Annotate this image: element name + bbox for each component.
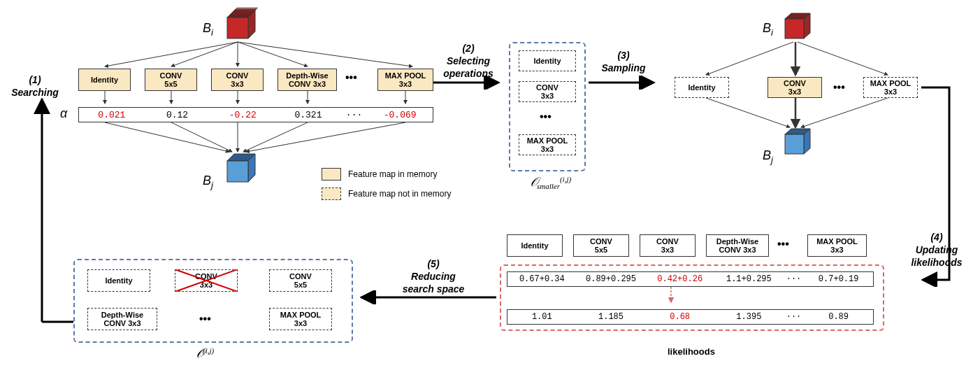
bj-cube-icon-2 — [779, 126, 818, 161]
alpha-val-2: 0.12 — [145, 108, 210, 122]
step1-text: Searching — [11, 87, 59, 98]
bi-label-2: Bi — [763, 21, 773, 38]
lk-maxpool: MAX POOL3x3 — [807, 234, 867, 257]
samp-ellipsis: ••• — [833, 81, 845, 94]
step5-label: (5) Reducing search space — [398, 257, 468, 296]
op-dwconv: Depth-WiseCONV 3x3 — [278, 69, 337, 91]
svg-line-18 — [243, 122, 308, 152]
nas-pipeline-diagram: (1) Searching Bi Identity CONV5x5 CONV3x… — [0, 0, 980, 368]
op-maxpool: MAX POOL3x3 — [377, 69, 433, 91]
bi2-to-ops-arrows — [678, 38, 923, 80]
svg-line-28 — [706, 42, 793, 75]
bi-to-ops-arrows — [70, 38, 447, 70]
alpha-values-row: 0.021 0.12 -0.22 0.321 ··· -0.069 — [78, 107, 433, 122]
red-conv5: CONV5x5 — [269, 269, 332, 292]
lk-ellipsis: ••• — [777, 238, 789, 250]
lk2-c3: 0.68 — [645, 310, 714, 324]
lk1-ellipsis: ··· — [784, 272, 805, 286]
step4-label: (4) Updating likelihoods — [902, 231, 972, 269]
svg-line-9 — [238, 42, 412, 66]
svg-line-30 — [798, 42, 888, 75]
step2-label: (2) Selecting operations — [437, 42, 500, 80]
bj-label-2: Bj — [763, 148, 773, 165]
svg-rect-22 — [227, 161, 248, 182]
bj-cube-icon — [220, 150, 262, 189]
alpha-val-1: 0.021 — [79, 108, 145, 122]
lk1-c4: 1.1+0.295 — [714, 272, 784, 286]
lk1-c5: 0.7+0.19 — [804, 272, 873, 286]
samp-conv3: CONV3x3 — [768, 77, 822, 98]
likelihoods-row-after: 1.01 1.185 0.68 1.395 ··· 0.89 — [507, 309, 874, 325]
lk2-c1: 1.01 — [507, 310, 577, 324]
loop-arrow-left — [14, 98, 77, 329]
samp-identity: Identity — [675, 77, 729, 98]
alpha-ellipsis: ··· — [341, 108, 367, 122]
lk2-c5: 0.89 — [804, 310, 873, 324]
likelihoods-label: likelihoods — [668, 346, 715, 357]
lk-conv3: CONV3x3 — [640, 234, 696, 257]
lk2-c2: 1.185 — [577, 310, 646, 324]
svg-line-31 — [706, 98, 790, 127]
bi-label: Bi — [203, 21, 213, 38]
svg-line-5 — [105, 42, 238, 66]
svg-line-16 — [171, 122, 232, 152]
samp-maxpool: MAX POOL3x3 — [863, 77, 918, 98]
lk1-c3: 0.42+0.26 — [645, 272, 714, 286]
sel-conv3: CONV3x3 — [519, 81, 576, 102]
red-dwconv: Depth-WiseCONV 3x3 — [87, 308, 157, 330]
svg-rect-36 — [785, 134, 804, 154]
lk-identity: Identity — [507, 234, 563, 257]
lk1-c1: 0.67+0.34 — [507, 272, 577, 286]
arrow-2-to-3 — [589, 76, 658, 90]
svg-line-15 — [105, 122, 229, 152]
likelihoods-row-before: 0.67+0.34 0.89+0.295 0.42+0.26 1.1+0.295… — [507, 271, 874, 287]
svg-line-6 — [171, 42, 238, 66]
step3-label: (3) Sampling — [596, 49, 651, 74]
likelihood-update-arrow — [661, 287, 682, 308]
sel-ellipsis: ••• — [540, 111, 552, 123]
red-identity: Identity — [87, 269, 150, 292]
op-identity: Identity — [78, 69, 131, 91]
alpha-val-5: -0.069 — [367, 108, 433, 122]
svg-rect-2 — [227, 17, 248, 38]
svg-line-33 — [801, 98, 888, 127]
op-conv5: CONV5x5 — [145, 69, 197, 91]
red-maxpool: MAX POOL3x3 — [269, 308, 332, 330]
legend-solid-text: Feature map in memory — [348, 169, 437, 179]
step1-label: (1) Searching — [7, 73, 63, 99]
ops-to-alpha-arrows — [70, 91, 447, 108]
svg-rect-27 — [785, 19, 804, 38]
red-conv3-removed: CONV3x3 — [175, 269, 238, 292]
alpha-val-4: 0.321 — [275, 108, 341, 122]
o-smaller-label: 𝒪smaller(i,j) — [530, 175, 571, 190]
bj-label: Bj — [203, 174, 213, 190]
svg-line-8 — [238, 42, 308, 66]
lk-conv5: CONV5x5 — [573, 234, 629, 257]
lk2-c4: 1.395 — [714, 310, 784, 324]
sel-maxpool: MAX POOL3x3 — [519, 134, 576, 155]
alpha-val-3: -0.22 — [210, 108, 275, 122]
sel-identity: Identity — [519, 50, 576, 71]
svg-line-19 — [246, 122, 405, 152]
o-ij-label: 𝒪(i,j) — [196, 346, 214, 361]
step1-number: (1) — [29, 74, 41, 85]
lk-dwconv: Depth-WiseCONV 3x3 — [706, 234, 769, 257]
ops-ellipsis: ••• — [345, 71, 357, 84]
legend-dashed-text: Feature map not in memory — [348, 189, 451, 199]
legend-dashed-icon — [322, 187, 341, 200]
lk1-c2: 0.89+0.295 — [577, 272, 646, 286]
red-ellipsis: ••• — [199, 313, 211, 325]
lk2-ellipsis: ··· — [784, 310, 805, 324]
legend-solid-icon — [322, 168, 341, 181]
op-conv3: CONV3x3 — [211, 69, 264, 91]
